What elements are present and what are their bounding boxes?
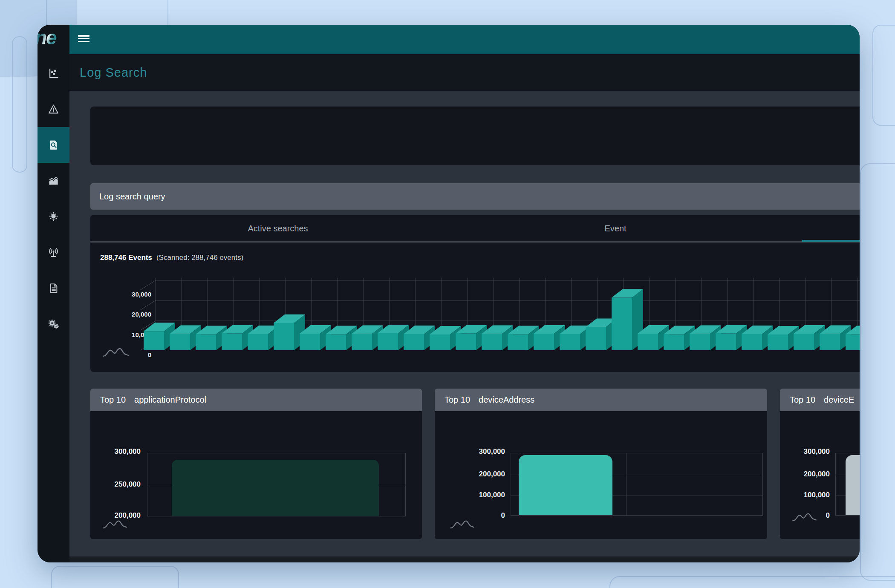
sidebar-item-log-search[interactable]: [38, 127, 69, 163]
tab-active-searches[interactable]: Active searches: [201, 215, 355, 242]
events-summary: 288,746 Events(Scanned: 288,746 events): [100, 254, 243, 262]
sidebar-item-alerts[interactable]: [38, 91, 69, 127]
warning-triangle-icon: [48, 104, 59, 115]
tab-event[interactable]: Event: [539, 215, 692, 242]
active-tab-indicator: [802, 240, 860, 242]
sidebar-item-reports[interactable]: [38, 270, 69, 306]
document-search-icon: [48, 139, 59, 151]
sidebar-item-insights[interactable]: [38, 199, 69, 234]
y-tick: 300,000: [94, 447, 141, 456]
panel-chart: 300,000 250,000 200,000: [90, 411, 422, 539]
background-outline: [872, 25, 895, 126]
background-outline: [51, 566, 179, 588]
sidebar-item-trends[interactable]: [38, 163, 69, 199]
bar-top-applicationProtocol[interactable]: [172, 460, 379, 516]
background-outline: [12, 36, 27, 173]
sidebar-item-settings[interactable]: [38, 306, 69, 342]
plot-area: [835, 453, 860, 516]
top10-deviceEvent-panel: Top 10deviceE 300,000 200,000 100,000 0: [780, 389, 860, 539]
document-icon: [48, 282, 59, 294]
histogram-toggle-icon[interactable]: [102, 346, 130, 357]
y-tick: 0: [458, 511, 505, 520]
panel-field-name: deviceAddress: [479, 395, 534, 404]
y-tick: 200,000: [94, 511, 141, 520]
gears-icon: [48, 318, 59, 330]
bar-top-deviceEvent[interactable]: [846, 455, 860, 515]
plot-area: [511, 453, 763, 516]
panel-header: Top 10deviceAddress: [435, 389, 767, 411]
page-title: Log Search: [80, 54, 147, 91]
panel-field-name: deviceE: [824, 395, 854, 404]
panel-chart: 300,000 200,000 100,000 0: [435, 411, 767, 539]
y-tick: 100,000: [783, 491, 830, 499]
y-tick: 200,000: [458, 470, 505, 478]
content-area: Log search query Active searches Event 2…: [69, 91, 860, 562]
log-search-query-bar[interactable]: Log search query: [90, 183, 860, 210]
y-tick: 100,000: [458, 491, 505, 499]
panel-field-name: applicationProtocol: [134, 395, 206, 404]
events-3d-bar-chart: [97, 276, 860, 366]
events-count: 288,746 Events: [100, 254, 152, 262]
top10-deviceAddress-panel: Top 10deviceAddress 300,000 200,000 100,…: [435, 389, 767, 539]
sidebar: ne: [38, 25, 69, 562]
histogram-toggle-icon[interactable]: [792, 512, 817, 522]
scanned-note: (Scanned: 288,746 events): [156, 254, 243, 262]
y-tick: 300,000: [458, 447, 505, 456]
histogram-toggle-icon[interactable]: [450, 519, 475, 529]
y-tick: 300,000: [783, 447, 830, 456]
query-input-area[interactable]: [90, 107, 860, 165]
results-panel: 288,746 Events(Scanned: 288,746 events) …: [90, 243, 860, 372]
hamburger-menu-icon[interactable]: [78, 35, 90, 43]
panel-title-prefix: Top 10: [445, 395, 470, 404]
area-chart-icon: [48, 175, 59, 187]
app-logo: ne: [38, 26, 69, 49]
histogram-toggle-icon[interactable]: [102, 519, 128, 529]
panel-title-prefix: Top 10: [790, 395, 815, 404]
lightbulb-icon: [48, 211, 59, 222]
broadcast-icon: [48, 247, 59, 258]
app-window: ne: [38, 25, 860, 562]
scatter-chart-icon: [48, 68, 59, 79]
title-bar: Log Search: [69, 54, 860, 91]
sidebar-item-sensors[interactable]: [38, 234, 69, 270]
panel-title-prefix: Top 10: [100, 395, 126, 404]
y-tick: 250,000: [94, 480, 141, 489]
panel-chart: 300,000 200,000 100,000 0: [780, 411, 860, 539]
top-app-bar: [69, 25, 860, 54]
background-outline: [609, 576, 895, 588]
panel-header: Top 10deviceE: [780, 389, 860, 411]
top10-applicationProtocol-panel: Top 10applicationProtocol 300,000 250,00…: [90, 389, 422, 539]
log-search-query-label: Log search query: [99, 192, 165, 201]
plot-area: [147, 453, 406, 516]
background-outline: [860, 163, 895, 581]
panel-header: Top 10applicationProtocol: [90, 389, 422, 411]
bar-top-deviceAddress[interactable]: [519, 455, 612, 515]
sidebar-item-dashboard[interactable]: [38, 55, 69, 91]
y-tick: 200,000: [783, 470, 830, 478]
tab-bar: Active searches Event: [90, 215, 860, 242]
bottom-strip: [69, 556, 860, 562]
